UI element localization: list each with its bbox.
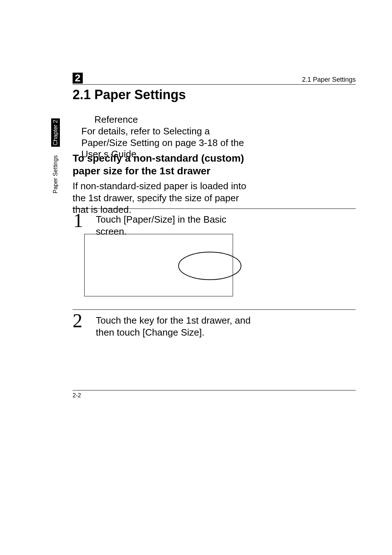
footer-page-number: 2-2 <box>73 392 81 399</box>
chapter-number-box: 2 <box>73 73 83 84</box>
page-header-row: 2 2.1 Paper Settings <box>73 72 356 84</box>
reference-label: Reference <box>94 114 138 125</box>
svg-point-0 <box>179 252 241 280</box>
step-text-2: Touch the key for the 1st drawer, and th… <box>96 315 253 338</box>
running-header: 2.1 Paper Settings <box>302 76 356 84</box>
step-number-2: 2 <box>73 309 82 332</box>
manual-page: 2 2.1 Paper Settings 2.1 Paper Settings … <box>0 0 392 555</box>
header-rule <box>73 84 356 85</box>
step-number-1: 1 <box>73 209 83 232</box>
side-chapter-tab: Chapter 2 <box>51 118 60 147</box>
subsection-title: To specify a non-standard (custom) paper… <box>73 152 254 177</box>
section-title: 2.1 Paper Settings <box>73 87 186 102</box>
step-divider <box>73 309 356 310</box>
footer-rule <box>73 390 356 390</box>
side-section-label-text: Paper Settings <box>52 155 59 194</box>
step-divider <box>73 208 356 209</box>
highlight-ellipse-icon <box>178 251 242 280</box>
side-chapter-tab-label: Chapter 2 <box>52 120 59 145</box>
intro-paragraph: If non-standard-sized paper is loaded in… <box>73 180 254 216</box>
side-section-label: Paper Settings <box>51 153 60 196</box>
